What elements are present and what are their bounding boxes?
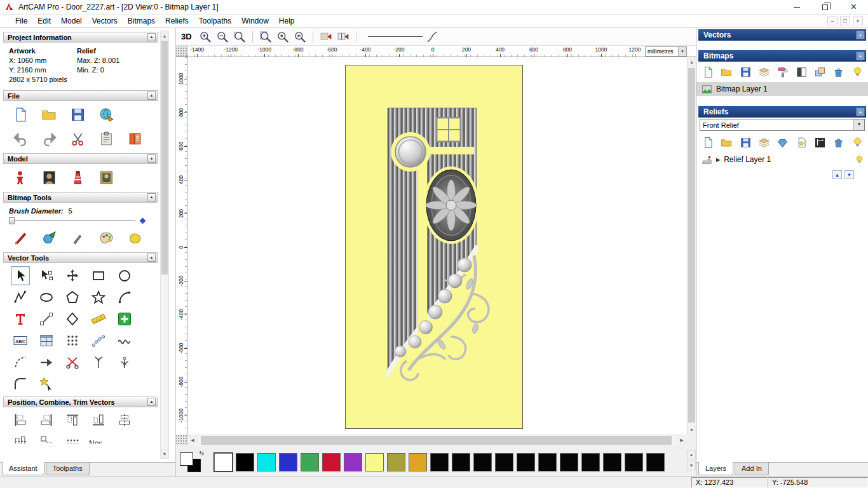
align-top-icon[interactable] — [63, 410, 82, 430]
lighthouse-wizard-icon[interactable] — [68, 169, 87, 186]
palette-colour-3[interactable] — [279, 453, 297, 471]
palette-colour-15[interactable] — [538, 453, 557, 471]
measure-tool[interactable] — [89, 309, 108, 329]
relief-select[interactable]: Front Relief ▼ — [700, 119, 865, 131]
menu-help[interactable]: Help — [274, 15, 300, 27]
join-vectors-tool[interactable] — [37, 353, 56, 372]
vector-doctor-tool[interactable] — [37, 374, 56, 393]
align-vertical-icon[interactable] — [37, 432, 56, 444]
scroll-down-button[interactable]: ▼ — [688, 425, 696, 435]
canvas-2d-view[interactable] — [187, 57, 687, 435]
collapse-model-button[interactable]: ▲ — [147, 154, 156, 163]
tab-assistant[interactable]: Assistant — [2, 462, 44, 475]
colour-eraser-icon[interactable] — [125, 229, 144, 247]
zoom-box-button[interactable] — [232, 29, 247, 44]
snap-guides-button[interactable] — [336, 29, 351, 44]
curve-style-button[interactable] — [424, 29, 440, 44]
zoom-page-button[interactable] — [258, 29, 273, 44]
new-model-icon[interactable] — [11, 106, 30, 123]
palette-colour-16[interactable] — [560, 453, 578, 471]
palette-colour-7[interactable] — [365, 453, 384, 471]
minimize-button[interactable] — [782, 0, 811, 14]
palette-colour-11[interactable] — [452, 453, 470, 471]
palette-colour-12[interactable] — [473, 453, 492, 471]
collapse-vector-tools-button[interactable]: ▲ — [147, 254, 156, 262]
paint-brush-icon[interactable] — [11, 229, 30, 247]
create-rectangle-tool[interactable] — [89, 266, 108, 285]
create-polygon-tool[interactable] — [63, 288, 82, 307]
align-right-icon[interactable] — [37, 410, 56, 430]
menu-bitmaps[interactable]: Bitmaps — [123, 15, 160, 27]
close-vector-tool[interactable] — [115, 353, 134, 372]
palette-colour-0[interactable] — [214, 453, 233, 471]
swap-colours-icon[interactable]: ⇆ — [199, 450, 204, 456]
paste-array-icon[interactable] — [63, 432, 82, 444]
cut-icon[interactable] — [68, 130, 87, 147]
create-circle-tool[interactable] — [115, 266, 134, 285]
contrast-layer-icon[interactable] — [795, 65, 808, 79]
create-ellipse-tool[interactable] — [37, 288, 56, 307]
fillet-tool[interactable] — [11, 374, 30, 393]
delete-bitmap-layer-icon[interactable] — [832, 65, 845, 79]
scroll-down-button[interactable]: ▼ — [161, 449, 168, 458]
align-horizontal-icon[interactable] — [11, 432, 30, 444]
assistant-scrollbar[interactable]: ▲ ▼ — [160, 30, 169, 459]
flood-fill-icon[interactable] — [39, 229, 58, 247]
snap-grid-button[interactable] — [318, 29, 334, 44]
ruler-units-select[interactable]: millimetres ▼ — [645, 46, 687, 57]
bitmap-layer-row[interactable]: Bitmap Layer 1 — [696, 82, 868, 96]
create-polyline-tool[interactable] — [11, 288, 30, 307]
bitmap-to-vector-tool[interactable] — [115, 309, 134, 329]
undo-icon[interactable] — [11, 130, 30, 147]
palette-colour-10[interactable] — [430, 453, 449, 471]
zoom-out-button[interactable] — [215, 29, 230, 44]
save-bitmap-layer-icon[interactable] — [739, 65, 752, 79]
create-arc-tool[interactable] — [115, 288, 134, 307]
palette-colour-19[interactable] — [625, 453, 643, 471]
palette-colour-14[interactable] — [517, 453, 535, 471]
chevron-down-icon[interactable]: ▼ — [853, 119, 864, 130]
palette-colour-1[interactable] — [236, 453, 254, 471]
v-scroll-thumb[interactable] — [688, 68, 695, 423]
align-centre-icon[interactable] — [115, 410, 134, 430]
close-button[interactable]: × — [839, 0, 868, 14]
palette-colour-13[interactable] — [495, 453, 513, 471]
create-star-tool[interactable] — [89, 288, 108, 307]
move-layer-down-button[interactable]: ▼ — [844, 170, 854, 179]
zoom-objects-button[interactable] — [275, 29, 290, 44]
primary-colour-swatch[interactable] — [180, 452, 193, 466]
select-vectors-tool[interactable] — [11, 266, 30, 285]
expand-relief-layer-icon[interactable]: ▶ — [716, 157, 720, 163]
colour-palette-icon[interactable] — [97, 229, 116, 247]
paint-selective-icon[interactable] — [68, 229, 87, 247]
new-from-selection-icon[interactable] — [795, 135, 808, 149]
brush-diameter-slider[interactable] — [3, 216, 159, 226]
scroll-thumb[interactable] — [161, 41, 168, 274]
view-3d-button[interactable]: 3D — [181, 29, 196, 44]
new-relief-layer-icon[interactable] — [702, 135, 715, 149]
extend-vectors-tool[interactable] — [89, 353, 108, 372]
palette-scroll-up-button[interactable]: ▲ — [687, 450, 696, 459]
create-text-tool[interactable] — [11, 309, 30, 329]
trim-vectors-tool[interactable] — [63, 353, 82, 372]
block-copy-tool[interactable] — [63, 331, 82, 350]
scroll-up-button[interactable]: ▲ — [688, 57, 696, 67]
collapse-reliefs-button[interactable]: ▲ — [856, 107, 865, 116]
relief-dimensions-icon[interactable] — [813, 135, 827, 149]
collapse-file-button[interactable]: ▲ — [147, 92, 156, 100]
palette-colour-9[interactable] — [409, 453, 427, 471]
save-model-icon[interactable] — [68, 106, 87, 123]
redo-icon[interactable] — [39, 130, 58, 147]
tab-add-in[interactable]: Add In — [735, 463, 769, 475]
open-model-icon[interactable] — [39, 106, 58, 123]
export-model-icon[interactable] — [97, 106, 116, 123]
collapse-position-button[interactable]: ▲ — [147, 398, 156, 406]
child-restore-button[interactable]: □ — [840, 17, 850, 25]
menu-reliefs[interactable]: Reliefs — [160, 15, 194, 27]
relief-layer-row[interactable]: ▶ Relief Layer 1 — [696, 152, 868, 166]
palette-colour-5[interactable] — [322, 453, 341, 471]
menu-vectors[interactable]: Vectors — [87, 15, 123, 27]
nest-vectors-label[interactable]: Nes — [89, 432, 102, 444]
align-left-icon[interactable] — [11, 410, 30, 430]
menu-window[interactable]: Window — [236, 15, 274, 27]
